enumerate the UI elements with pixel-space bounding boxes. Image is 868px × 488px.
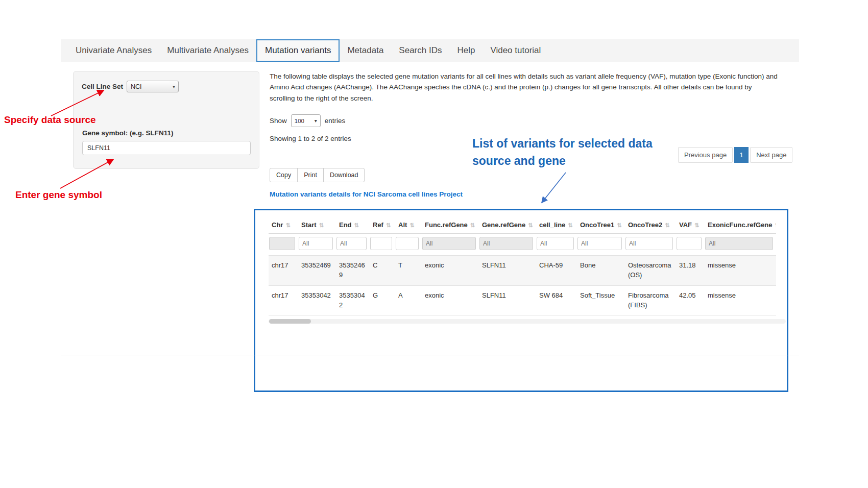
sort-icon[interactable]: ⇅: [617, 222, 621, 228]
column-filter-vaf[interactable]: [677, 237, 702, 250]
cell-line-set-label: Cell Line Set: [82, 83, 123, 90]
table-row[interactable]: chr173535304235353042GAexonicSLFN11SW 68…: [269, 285, 776, 315]
sort-icon[interactable]: ⇅: [319, 222, 324, 228]
show-entries-control: Show 100 ▾ entries: [270, 114, 345, 127]
column-filter-cell-line[interactable]: [537, 237, 574, 250]
table-row[interactable]: chr173535246935352469CTexonicSLFN11CHA-5…: [269, 256, 776, 286]
print-button[interactable]: Print: [297, 168, 324, 182]
column-filter-chr[interactable]: [269, 237, 295, 250]
column-filter-func-refgene[interactable]: [422, 237, 476, 250]
export-button-group: Copy Print Download: [270, 168, 365, 182]
next-page-button[interactable]: Next page: [750, 147, 792, 163]
column-header-chr[interactable]: Chr⇅: [269, 216, 298, 234]
column-label: End: [339, 221, 352, 229]
column-filter-ref[interactable]: [370, 237, 392, 250]
nav-tab-univariate-analyses[interactable]: Univariate Analyses: [68, 39, 159, 62]
current-page-button[interactable]: 1: [734, 147, 749, 163]
column-filter-end[interactable]: [336, 237, 367, 250]
sort-icon[interactable]: ⇅: [470, 222, 475, 228]
gene-symbol-label: Gene symbol: (e.g. SLFN11): [82, 129, 174, 137]
column-header-cell-line[interactable]: cell_line⇅: [536, 216, 577, 234]
sort-icon[interactable]: ⇅: [409, 222, 414, 228]
sort-icon[interactable]: ⇅: [568, 222, 572, 228]
nav-tab-multivariate-analyses[interactable]: Multivariate Analyses: [159, 39, 256, 62]
nav-tab-metadata[interactable]: Metadata: [340, 39, 391, 62]
column-filter-alt[interactable]: [396, 237, 419, 250]
column-header-end[interactable]: End⇅: [336, 216, 370, 234]
table-description: The following table displays the selecte…: [270, 71, 778, 104]
column-header-alt[interactable]: Alt⇅: [395, 216, 422, 234]
column-header-oncotree2[interactable]: OncoTree2⇅: [625, 216, 676, 234]
variants-body: chr173535246935352469CTexonicSLFN11CHA-5…: [269, 256, 776, 315]
cell-line-set-value: NCI: [131, 83, 142, 90]
column-header-exonicfunc-refgene[interactable]: ExonicFunc.refGene⇅: [705, 216, 776, 234]
cell-line-set-select[interactable]: NCI ▾: [127, 81, 179, 92]
top-nav: Univariate AnalysesMultivariate Analyses…: [61, 39, 799, 62]
column-header-oncotree1[interactable]: OncoTree1⇅: [577, 216, 625, 234]
nav-tab-video-tutorial[interactable]: Video tutorial: [483, 39, 548, 62]
sort-icon[interactable]: ⇅: [694, 222, 699, 228]
copy-button[interactable]: Copy: [270, 168, 298, 182]
filter-cell: [370, 234, 395, 256]
variants-table-frame: Chr⇅Start⇅End⇅Ref⇅Alt⇅Func.refGene⇅Gene.…: [254, 209, 788, 392]
nav-tab-help[interactable]: Help: [449, 39, 483, 62]
cell-vaf: 42.05: [676, 285, 705, 315]
annotation-variants-note: List of variants for selected data sourc…: [472, 135, 676, 169]
filter-cell: [395, 234, 422, 256]
filter-cell: [676, 234, 705, 256]
column-label: Gene.refGene: [482, 221, 525, 229]
annotation-enter-gene-symbol: Enter gene symbol: [15, 189, 102, 201]
sort-icon[interactable]: ⇅: [665, 222, 669, 228]
cell-func-refgene: exonic: [422, 285, 479, 315]
annotation-specify-data-source: Specify data source: [4, 114, 96, 126]
variants-filter-row: [269, 234, 776, 256]
cell-oncotree1: Bone: [577, 256, 625, 286]
nav-tab-mutation-variants[interactable]: Mutation variants: [256, 39, 340, 62]
cell-oncotree2: Fibrosarcoma (FIBS): [625, 285, 676, 315]
cell-func-refgene: exonic: [422, 256, 479, 286]
download-button[interactable]: Download: [323, 168, 365, 182]
sort-icon[interactable]: ⇅: [386, 222, 391, 228]
column-header-start[interactable]: Start⇅: [298, 216, 336, 234]
filter-cell: [336, 234, 370, 256]
column-filter-oncotree1[interactable]: [577, 237, 622, 250]
column-header-vaf[interactable]: VAF⇅: [676, 216, 705, 234]
filter-cell: [269, 234, 298, 256]
horizontal-scrollbar[interactable]: [269, 319, 786, 324]
cell-gene-refgene: SLFN11: [479, 256, 536, 286]
filter-cell: [577, 234, 625, 256]
gene-symbol-input[interactable]: [82, 141, 251, 155]
cell-vaf: 31.18: [676, 256, 705, 286]
cell-chr: chr17: [269, 285, 298, 315]
column-filter-gene-refgene[interactable]: [479, 237, 533, 250]
column-header-func-refgene[interactable]: Func.refGene⇅: [422, 216, 479, 234]
variants-table: Chr⇅Start⇅End⇅Ref⇅Alt⇅Func.refGene⇅Gene.…: [269, 216, 776, 315]
column-filter-oncotree2[interactable]: [625, 237, 673, 250]
pagination: Previous page 1 Next page: [678, 147, 792, 163]
filter-cell: [536, 234, 577, 256]
nav-tab-search-ids[interactable]: Search IDs: [391, 39, 449, 62]
column-header-gene-refgene[interactable]: Gene.refGene⇅: [479, 216, 536, 234]
entries-per-page-value: 100: [295, 118, 304, 124]
filter-cell: [298, 234, 336, 256]
sort-icon[interactable]: ⇅: [528, 222, 533, 228]
cell-ref: C: [370, 256, 395, 286]
column-header-ref[interactable]: Ref⇅: [370, 216, 395, 234]
sort-icon[interactable]: ⇅: [354, 222, 359, 228]
cell-gene-refgene: SLFN11: [479, 285, 536, 315]
previous-page-button[interactable]: Previous page: [678, 147, 733, 163]
column-label: Func.refGene: [425, 221, 468, 229]
filter-cell: [479, 234, 536, 256]
cell-ref: G: [370, 285, 395, 315]
table-caption-link[interactable]: Mutation variants details for NCI Sarcom…: [270, 190, 463, 198]
column-filter-exonicfunc-refgene[interactable]: [705, 237, 773, 250]
column-filter-start[interactable]: [299, 237, 333, 250]
cell-cell-line: CHA-59: [536, 256, 577, 286]
column-label: cell_line: [539, 221, 565, 229]
sort-icon[interactable]: ⇅: [775, 222, 776, 228]
entries-per-page-select[interactable]: 100 ▾: [291, 114, 321, 127]
scrollbar-thumb[interactable]: [269, 319, 311, 324]
cell-exonicfunc-refgene: missense: [705, 256, 776, 286]
sort-icon[interactable]: ⇅: [285, 222, 290, 228]
cell-end: 35352469: [336, 256, 370, 286]
